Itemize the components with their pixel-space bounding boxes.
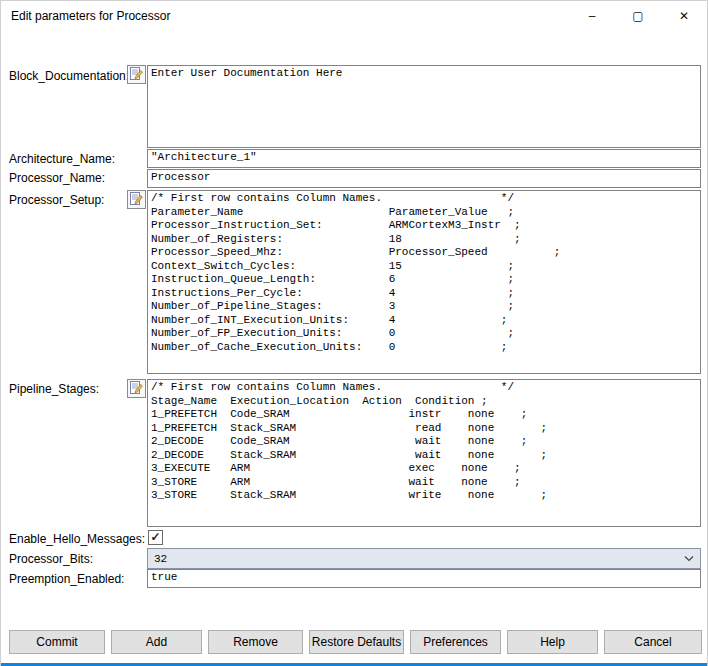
edit-processor-setup-button[interactable] [127, 190, 146, 209]
preemption-enabled-label: Preemption_Enabled: [9, 572, 124, 586]
processor-bits-label: Processor_Bits: [9, 552, 93, 566]
pipeline-stages-label: Pipeline_Stages: [9, 382, 99, 396]
edit-icon [130, 191, 143, 209]
maximize-button[interactable]: ▢ [615, 1, 661, 31]
preemption-enabled-field[interactable]: true [147, 569, 701, 588]
enable-hello-messages-checkbox[interactable]: ✓ [148, 530, 163, 545]
cancel-button[interactable]: Cancel [604, 630, 702, 654]
window-controls: – ▢ ✕ [569, 1, 707, 31]
processor-setup-label: Processor_Setup: [9, 193, 104, 207]
remove-button[interactable]: Remove [208, 630, 303, 654]
processor-bits-dropdown[interactable]: 32 [147, 548, 701, 569]
close-button[interactable]: ✕ [661, 1, 707, 31]
window-title: Edit parameters for Processor [11, 1, 170, 31]
architecture-name-field[interactable]: "Architecture_1" [147, 149, 701, 168]
edit-icon [130, 66, 143, 84]
commit-button[interactable]: Commit [9, 630, 105, 654]
enable-hello-messages-label: Enable_Hello_Messages: [9, 532, 145, 546]
edit-icon [130, 380, 143, 398]
chevron-down-icon [684, 555, 694, 562]
dialog-button-row: Commit Add Remove Restore Defaults Prefe… [9, 630, 702, 654]
processor-setup-textarea[interactable]: /* First row contains Column Names. */ P… [147, 190, 701, 374]
restore-defaults-button[interactable]: Restore Defaults [309, 630, 404, 654]
edit-pipeline-stages-button[interactable] [127, 379, 146, 398]
add-button[interactable]: Add [111, 630, 202, 654]
processor-name-field[interactable]: Processor [147, 169, 701, 188]
help-button[interactable]: Help [507, 630, 598, 654]
preferences-button[interactable]: Preferences [410, 630, 501, 654]
block-documentation-label: Block_Documentation: [9, 69, 129, 83]
pipeline-stages-textarea[interactable]: /* First row contains Column Names. */ S… [147, 379, 701, 527]
processor-name-label: Processor_Name: [9, 171, 105, 185]
architecture-name-label: Architecture_Name: [9, 152, 115, 166]
minimize-button[interactable]: – [569, 1, 615, 31]
titlebar: Edit parameters for Processor – ▢ ✕ [1, 1, 707, 31]
processor-bits-value: 32 [154, 553, 167, 565]
edit-block-documentation-button[interactable] [127, 65, 146, 84]
edit-parameters-dialog: Edit parameters for Processor – ▢ ✕ Bloc… [0, 0, 708, 666]
block-documentation-textarea[interactable]: Enter User Documentation Here [147, 65, 701, 148]
